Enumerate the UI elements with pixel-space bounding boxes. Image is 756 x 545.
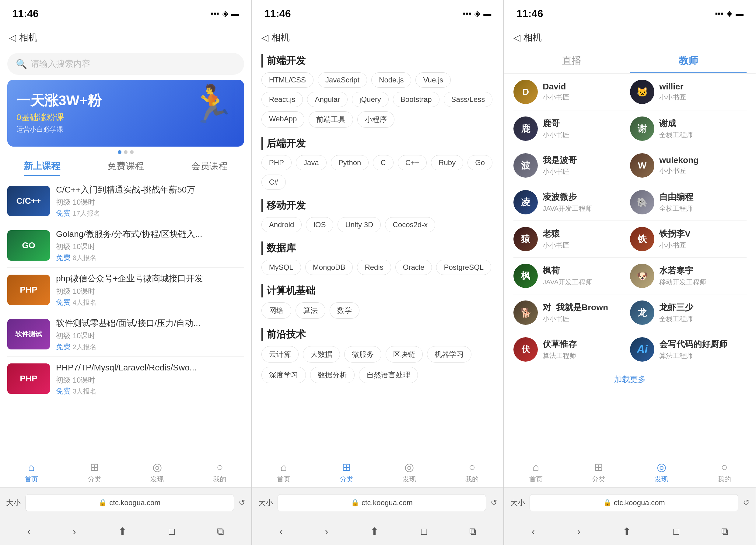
tag-mongo[interactable]: MongoDB <box>305 260 353 275</box>
tab-discover-2[interactable]: ◎ 发现 <box>403 461 416 484</box>
tab-new-courses[interactable]: 新上课程 <box>24 160 60 176</box>
tag-jquery[interactable]: jQuery <box>352 92 389 107</box>
nav-forward-3[interactable]: › <box>577 526 581 537</box>
tag-android[interactable]: Android <box>261 217 302 232</box>
tab-home-2[interactable]: ⌂ 首页 <box>277 461 290 484</box>
tag-bootstrap[interactable]: Bootstrap <box>393 92 439 107</box>
tag-nodejs[interactable]: Node.js <box>371 72 411 88</box>
nav-forward-2[interactable]: › <box>325 526 328 537</box>
tag-unity[interactable]: Unity 3D <box>338 217 381 232</box>
tag-algo[interactable]: 算法 <box>296 302 325 319</box>
tag-cocos[interactable]: Cocos2d-x <box>385 217 435 232</box>
user-item-lingbo[interactable]: 凌 凌波微步 JAVA开发工程师 <box>513 184 630 221</box>
tab-category-3[interactable]: ⊞ 分类 <box>592 461 605 484</box>
refresh-icon-1[interactable]: ↺ <box>239 498 245 507</box>
tag-webapp[interactable]: WebApp <box>261 111 305 128</box>
tag-angular[interactable]: Angular <box>307 92 348 107</box>
user-item-brown[interactable]: 🐕 对_我就是Brown 小小书匠 <box>513 294 630 331</box>
nav-tabs-2[interactable]: ⧉ <box>469 526 476 537</box>
tab-discover-3[interactable]: ◎ 发现 <box>655 461 668 484</box>
tag-cpp[interactable]: C++ <box>398 155 427 170</box>
course-item-3[interactable]: 软件测试 软件测试零基础/面试/接口/压力/自动... 初级 10课时 免费 2… <box>7 312 244 357</box>
user-item-david[interactable]: D David 小小书匠 <box>513 74 630 110</box>
tag-frontend-tools[interactable]: 前端工具 <box>309 111 353 128</box>
tag-sass[interactable]: Sass/Less <box>444 92 493 107</box>
course-item-2[interactable]: PHP php微信公众号+企业号微商城接口开发 初级 10课时 免费 4人报名 <box>7 268 244 312</box>
tag-microservice[interactable]: 微服务 <box>344 346 381 362</box>
tab-mine-2[interactable]: ○ 我的 <box>465 461 479 484</box>
tag-oracle[interactable]: Oracle <box>395 260 432 275</box>
back-arrow-1[interactable]: ◁ <box>9 32 16 43</box>
user-item-shuiruo[interactable]: 🐶 水若寒宇 移动开发工程师 <box>630 258 747 294</box>
tag-mysql[interactable]: MySQL <box>261 260 301 275</box>
refresh-icon-3[interactable]: ↺ <box>743 498 750 507</box>
user-item-laoyuan[interactable]: 猿 老猿 小小书匠 <box>513 221 630 258</box>
tag-cloud[interactable]: 云计算 <box>261 346 299 362</box>
nav-back-1[interactable]: ‹ <box>27 526 31 537</box>
tag-ios[interactable]: iOS <box>306 217 333 232</box>
tag-ml[interactable]: 机器学习 <box>427 346 471 362</box>
nav-share-1[interactable]: ⬆ <box>118 526 127 537</box>
nav-forward-1[interactable]: › <box>73 526 76 537</box>
browser-size-btn-1[interactable]: 大小 <box>6 498 21 508</box>
tag-python[interactable]: Python <box>331 155 369 170</box>
nav-bookmarks-1[interactable]: □ <box>169 526 175 537</box>
browser-size-btn-3[interactable]: 大小 <box>510 498 525 508</box>
tag-dataanalysis[interactable]: 数据分析 <box>310 367 355 383</box>
tag-ruby[interactable]: Ruby <box>431 155 463 170</box>
tab-home-1[interactable]: ⌂ 首页 <box>25 461 38 484</box>
tag-vue[interactable]: Vue.js <box>415 72 451 88</box>
user-item-fucao[interactable]: 伏 伏草惟存 算法工程师 <box>513 331 630 368</box>
tag-miniprogram[interactable]: 小程序 <box>357 111 394 128</box>
user-item-ziyu[interactable]: 🐘 自由编程 全栈工程师 <box>630 184 747 221</box>
tag-csharp[interactable]: C# <box>261 175 286 190</box>
discover-tab-teacher[interactable]: 教师 <box>630 54 747 73</box>
user-item-willier[interactable]: 🐱 willier 小小书匠 <box>630 74 747 110</box>
tag-java[interactable]: Java <box>296 155 327 170</box>
tag-bigdata[interactable]: 大数据 <box>303 346 340 362</box>
tab-category-2[interactable]: ⊞ 分类 <box>340 461 353 484</box>
user-item-lugo[interactable]: 鹿 鹿哥 小小书匠 <box>513 110 630 147</box>
nav-back-2[interactable]: ‹ <box>279 526 283 537</box>
tag-blockchain[interactable]: 区块链 <box>386 346 423 362</box>
tab-category-1[interactable]: ⊞ 分类 <box>88 461 101 484</box>
tag-deeplearning[interactable]: 深度学习 <box>261 367 306 383</box>
tab-home-3[interactable]: ⌂ 首页 <box>529 461 543 484</box>
tag-go[interactable]: Go <box>467 155 492 170</box>
tag-html[interactable]: HTML/CSS <box>261 72 313 88</box>
nav-share-2[interactable]: ⬆ <box>370 526 379 537</box>
user-item-boge[interactable]: 波 我是波哥 小小书匠 <box>513 147 630 184</box>
browser-size-btn-2[interactable]: 大小 <box>258 498 273 508</box>
nav-tabs-1[interactable]: ⧉ <box>217 526 224 537</box>
tab-discover-1[interactable]: ◎ 发现 <box>150 461 164 484</box>
tag-c[interactable]: C <box>373 155 393 170</box>
tag-network[interactable]: 网络 <box>261 302 291 319</box>
nav-share-3[interactable]: ⬆ <box>623 526 631 537</box>
browser-url-bar-2[interactable]: 🔒 ctc.koogua.com <box>278 494 486 511</box>
nav-back-3[interactable]: ‹ <box>532 526 535 537</box>
user-item-tieGuai[interactable]: 铁 铁拐李V 小小书匠 <box>630 221 747 258</box>
user-item-xiecheng[interactable]: 谢 谢成 全栈工程师 <box>630 110 747 147</box>
tag-postgres[interactable]: PostgreSQL <box>436 260 491 275</box>
course-item-1[interactable]: GO Golang/微服务/分布式/协程/区块链入... 初级 10课时 免费 … <box>7 223 244 268</box>
browser-url-bar-1[interactable]: 🔒 ctc.koogua.com <box>25 494 234 511</box>
tab-free-courses[interactable]: 免费课程 <box>107 160 144 176</box>
user-item-chuishi[interactable]: Ai 会写代码的好厨师 算法工程师 <box>630 331 747 368</box>
nav-tabs-3[interactable]: ⧉ <box>721 526 728 537</box>
load-more[interactable]: 加载更多 <box>513 368 747 391</box>
tag-js[interactable]: JavaScript <box>318 72 367 88</box>
back-arrow-3[interactable]: ◁ <box>513 32 520 43</box>
course-item-4[interactable]: PHP PHP7/TP/Mysql/Laravel/Redis/Swo... 初… <box>7 357 244 401</box>
tab-mine-3[interactable]: ○ 我的 <box>718 461 731 484</box>
search-bar[interactable]: 🔍 请输入搜索内容 <box>7 53 244 75</box>
tag-react[interactable]: React.js <box>261 92 303 107</box>
course-item-0[interactable]: C/C++ C/C++入门到精通实战-挑战年薪50万 初级 10课时 免费 17… <box>7 179 244 223</box>
discover-tab-live[interactable]: 直播 <box>513 54 630 73</box>
tab-member-courses[interactable]: 会员课程 <box>191 160 228 176</box>
nav-bookmarks-2[interactable]: □ <box>421 526 427 537</box>
tab-mine-1[interactable]: ○ 我的 <box>213 461 226 484</box>
user-item-longxia[interactable]: 龙 龙虾三少 全栈工程师 <box>630 294 747 331</box>
back-arrow-2[interactable]: ◁ <box>261 32 268 43</box>
user-item-wulekong[interactable]: W wulekong 小小书匠 <box>630 147 747 184</box>
tag-math[interactable]: 数学 <box>330 302 359 319</box>
